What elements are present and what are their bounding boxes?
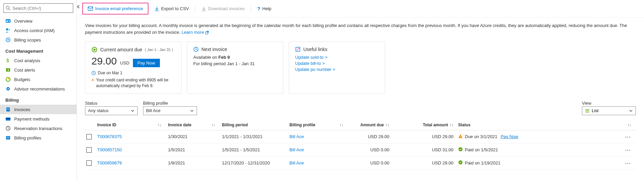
chevron-down-icon — [131, 109, 135, 113]
total-amount-cell: USD 29.00 — [404, 134, 458, 139]
invoice-id-link[interactable]: T000678375 — [97, 134, 122, 139]
svg-line-30 — [207, 31, 209, 33]
status-icon — [458, 147, 463, 153]
sidebar-item-invoices[interactable]: Invoices — [0, 105, 77, 114]
billing-period-cell: 1/1/2021 - 1/31/2021 — [222, 134, 289, 139]
sidebar-item-payment-methods[interactable]: Payment methods — [0, 114, 77, 124]
view-select[interactable]: List — [582, 106, 636, 115]
chevron-down-icon — [629, 109, 633, 113]
sidebar-item-label: Reservation transactions — [14, 126, 62, 131]
sidebar-item-iam[interactable]: Access control (IAM) — [0, 26, 77, 35]
amount-due-cell: USD 0.00 — [350, 160, 404, 165]
invoice-id-link[interactable]: T000659679 — [97, 160, 122, 165]
svg-text:$: $ — [7, 68, 9, 72]
row-pay-now-link[interactable]: Pay Now — [501, 134, 518, 139]
button-label: Export to CSV — [161, 6, 189, 11]
th-invoice-date[interactable]: Invoice date — [168, 123, 191, 127]
th-billing-profile[interactable]: Billing profile — [289, 123, 315, 127]
sidebar-item-budgets[interactable]: Budgets — [0, 75, 77, 84]
next-invoice-card: Next invoice Available on Feb 9 For bill… — [187, 42, 283, 94]
card-period: ( Jan 1 - Jan 31 ) — [145, 48, 173, 52]
billing-profile-link[interactable]: Bill Ace — [289, 134, 304, 139]
table-row: T0006596791/9/202112/17/2020 - 12/31/202… — [85, 157, 636, 170]
help-button[interactable]: ? Help — [256, 4, 273, 13]
sidebar-item-reservation[interactable]: Reservation transactions — [0, 124, 77, 133]
sidebar-item-cost-analysis[interactable]: $ Cost analysis — [0, 56, 77, 65]
export-csv-button[interactable]: Export to CSV — [153, 5, 190, 12]
billing-profile-filter-label: Billing profile — [143, 101, 197, 106]
svg-point-6 — [8, 29, 10, 31]
th-billing-period[interactable]: Billing period — [222, 123, 248, 127]
sidebar-item-billing-profiles[interactable]: Billing profiles — [0, 133, 77, 143]
edit-icon — [295, 47, 301, 52]
svg-rect-21 — [6, 136, 10, 139]
overview-icon — [5, 18, 11, 24]
row-actions-button[interactable]: ⋯ — [625, 147, 631, 153]
th-invoice-id[interactable]: Invoice ID — [97, 123, 116, 127]
period-text: For billing period Jan 1 - Jan 31 — [193, 61, 277, 66]
sidebar-item-label: Budgets — [14, 77, 30, 82]
row-actions-button[interactable]: ⋯ — [625, 160, 631, 166]
row-checkbox[interactable] — [86, 134, 92, 139]
learn-more-link[interactable]: Learn more — [181, 30, 209, 35]
row-checkbox[interactable] — [86, 147, 92, 153]
invoice-date-cell: 1/9/2021 — [168, 160, 222, 165]
reservation-icon — [5, 126, 11, 131]
status-icon: ! — [458, 134, 463, 139]
table-row: T0006783751/30/20211/1/2021 - 1/31/2021B… — [85, 130, 636, 144]
status-text: Paid on 1/19/2021 — [465, 160, 501, 165]
invoice-email-preference-button[interactable]: Invoice email preference — [86, 5, 144, 12]
sidebar-item-advisor[interactable]: Advisor recommendations — [0, 84, 77, 94]
svg-text:$: $ — [6, 58, 9, 63]
collapse-sidebar-button[interactable] — [76, 4, 81, 10]
row-actions-button[interactable]: ⋯ — [625, 133, 631, 140]
svg-rect-4 — [8, 20, 10, 22]
th-status[interactable]: Status — [458, 123, 471, 127]
invoices-table: Invoice ID↑↓ Invoice date↑↓ Billing peri… — [85, 120, 636, 170]
svg-text:!: ! — [92, 79, 93, 81]
useful-links-card: Useful links Update sold-to > Update bil… — [289, 42, 385, 94]
th-total-amount[interactable]: Total amount — [423, 123, 448, 127]
amount-due-cell: USD 29.00 — [350, 134, 404, 139]
update-po-number-link[interactable]: Update po number > — [295, 67, 379, 72]
svg-point-32 — [93, 49, 95, 51]
payment-icon — [5, 116, 11, 122]
billing-profile-link[interactable]: Bill Ace — [289, 160, 304, 165]
current-amount-card: Current amount due ( Jan 1 - Jan 31 ) 29… — [85, 42, 181, 94]
cost-analysis-icon: $ — [5, 58, 11, 63]
clock-icon — [193, 47, 199, 52]
svg-point-5 — [6, 28, 8, 30]
warning-text: Your credit card ending with 8905 will b… — [96, 77, 175, 89]
invoice-id-link[interactable]: T000657150 — [97, 147, 122, 152]
clock-icon — [91, 71, 96, 75]
search-box[interactable] — [3, 3, 73, 13]
sidebar-item-label: Cost alerts — [14, 68, 35, 73]
sidebar-item-label: Advisor recommendations — [14, 86, 65, 92]
svg-line-1 — [9, 9, 10, 10]
status-filter-select[interactable]: Any status — [85, 106, 138, 115]
section-heading-cost-management: Cost Management — [0, 46, 77, 56]
mail-icon — [88, 6, 93, 11]
th-amount-due[interactable]: Amount due — [360, 123, 384, 127]
update-bill-to-link[interactable]: Update bill-to > — [295, 61, 379, 66]
profiles-icon — [5, 135, 11, 140]
svg-point-0 — [6, 6, 9, 9]
update-sold-to-link[interactable]: Update sold-to > — [295, 55, 379, 60]
billing-profile-filter-select[interactable]: Bill Ace — [143, 106, 197, 115]
view-label: View — [582, 101, 636, 106]
status-filter-label: Status — [85, 101, 138, 106]
billing-period-cell: 1/5/2021 - 1/5/2021 — [222, 147, 289, 152]
amount-currency: USD — [120, 60, 129, 66]
svg-rect-19 — [6, 118, 10, 119]
available-on-text: Available on Feb 9 — [193, 55, 277, 60]
sidebar-item-overview[interactable]: Overview — [0, 16, 77, 26]
button-label: Invoice email preference — [95, 6, 143, 11]
sidebar-item-cost-alerts[interactable]: $ Cost alerts — [0, 65, 77, 75]
search-input[interactable] — [12, 6, 73, 11]
pay-now-button[interactable]: Pay Now — [133, 59, 160, 67]
billing-profile-link[interactable]: Bill Ace — [289, 147, 304, 152]
card-title: Useful links — [303, 47, 328, 52]
sidebar-item-billing-scopes[interactable]: Billing scopes — [0, 35, 77, 45]
download-invoices-button: Download invoices — [200, 5, 246, 12]
row-checkbox[interactable] — [86, 160, 92, 166]
